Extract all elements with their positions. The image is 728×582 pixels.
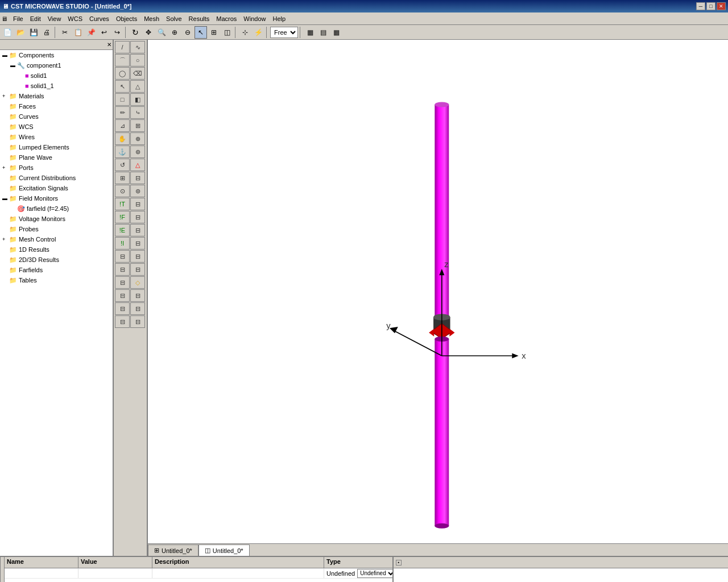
pan-button[interactable]: ✥: [142, 26, 155, 39]
param-tool[interactable]: ⊞: [115, 172, 130, 184]
select-button[interactable]: ↖: [195, 26, 207, 39]
rotate3d-tool[interactable]: ↺: [115, 159, 130, 171]
tree-item-results1d[interactable]: 📁 1D Results: [0, 244, 113, 255]
zoom-box-tool[interactable]: ⊟: [130, 289, 145, 302]
rotate-button[interactable]: ↻: [129, 26, 142, 39]
menu-curves[interactable]: Curves: [86, 14, 113, 23]
tree-item-fieldmon[interactable]: ▬ 📁 Field Monitors: [0, 193, 113, 203]
anchor-tool[interactable]: ⚓: [115, 146, 130, 158]
cut-button[interactable]: ✂: [59, 26, 71, 39]
zoom-fit-tool[interactable]: ⊟: [115, 289, 130, 302]
tree-item-probes[interactable]: 📁 Probes: [0, 224, 113, 234]
tree-item-planewave[interactable]: 📁 Plane Wave: [0, 152, 113, 163]
menu-window[interactable]: Window: [240, 14, 269, 23]
view-yz-tool[interactable]: ⊟: [115, 276, 130, 289]
tree-item-components[interactable]: ▬ 📁 Components: [0, 50, 113, 60]
draw-line-tool[interactable]: /: [115, 41, 130, 53]
copy-button[interactable]: 📋: [72, 26, 84, 39]
erase-tool[interactable]: ⌫: [130, 67, 145, 80]
undo-button[interactable]: ↩: [98, 26, 110, 39]
wire-button[interactable]: ⚡: [252, 26, 264, 39]
mesh-btn1[interactable]: ▦: [304, 26, 316, 39]
draw-ellipse-tool[interactable]: ○: [130, 54, 145, 66]
run2-tool[interactable]: ⊟: [130, 211, 145, 223]
result2-tool[interactable]: ⊟: [130, 224, 145, 236]
param-desc-cell[interactable]: [152, 568, 324, 578]
save-button[interactable]: 💾: [27, 26, 40, 39]
msg-collapse-button[interactable]: ▪: [396, 560, 402, 566]
tree-close-button[interactable]: ✕: [107, 41, 111, 48]
mirror-tool[interactable]: ⊞: [130, 119, 145, 132]
wcs-move-tool[interactable]: ⊟: [115, 315, 130, 328]
print-button[interactable]: 🖨: [40, 26, 53, 39]
port2-tool[interactable]: ⊟: [130, 198, 145, 210]
polygon-tool[interactable]: △: [130, 80, 145, 93]
viewport-canvas[interactable]: x y z ⊞ Untitled_0* ◫ Untitled_0*: [148, 40, 728, 556]
redo-button[interactable]: ↪: [111, 26, 123, 39]
zoomin-button[interactable]: ⊕: [168, 26, 181, 39]
draw-curve-tool[interactable]: ∿: [130, 41, 145, 53]
tree-item-wires[interactable]: 📁 Wires: [0, 132, 113, 142]
view-iso-tool[interactable]: ◇: [130, 276, 145, 289]
view-all-tool[interactable]: ⊟: [130, 302, 145, 315]
maximize-button[interactable]: □: [706, 2, 715, 10]
viewport-tab-1[interactable]: ⊞ Untitled_0*: [148, 544, 198, 556]
resize-handle[interactable]: ⋮: [0, 557, 5, 582]
tree-item-curves[interactable]: 📁 Curves: [0, 111, 113, 122]
menu-objects[interactable]: Objects: [113, 14, 140, 23]
align-tool[interactable]: △: [130, 159, 145, 171]
menu-wcs[interactable]: WCS: [64, 14, 86, 23]
solve-tool[interactable]: ⊙: [115, 185, 130, 197]
mode-select[interactable]: Free Arc Line: [270, 27, 298, 38]
menu-macros[interactable]: Macros: [213, 14, 240, 23]
view-xz-tool[interactable]: ⊟: [130, 263, 145, 276]
view3d-tool[interactable]: ⊟: [115, 250, 130, 263]
mesh-btn2[interactable]: ▤: [317, 26, 329, 39]
param-type-select[interactable]: Undefined Length Angle: [357, 569, 392, 578]
menu-solve[interactable]: Solve: [163, 14, 185, 23]
select-tool[interactable]: ↖: [115, 80, 130, 93]
run-tool[interactable]: !F: [115, 211, 130, 223]
view-sel-tool[interactable]: ⊟: [115, 302, 130, 315]
tree-item-ports[interactable]: + 📁 Ports: [0, 163, 113, 173]
menu-file[interactable]: File: [10, 14, 27, 23]
draw-arc-tool[interactable]: ⌒: [115, 54, 130, 66]
draw-circle-tool[interactable]: ◯: [115, 67, 130, 80]
result3-tool[interactable]: !I: [115, 237, 130, 250]
fill-tool[interactable]: ◧: [130, 93, 145, 106]
tree-item-solid1-1[interactable]: ■ solid1_1: [0, 81, 113, 91]
pencil-tool[interactable]: ✏: [115, 106, 130, 119]
minimize-button[interactable]: ─: [696, 2, 705, 10]
tree-item-lumped[interactable]: 📁 Lumped Elements: [0, 142, 113, 152]
snap-button[interactable]: ⊹: [239, 26, 251, 39]
render-button[interactable]: ◫: [221, 26, 233, 39]
view3d2-tool[interactable]: ⊟: [130, 250, 145, 263]
zoom-button[interactable]: 🔍: [155, 26, 168, 39]
mesh-btn3[interactable]: ▦: [330, 26, 342, 39]
menu-mesh[interactable]: Mesh: [140, 14, 163, 23]
viewport[interactable]: x y z ⊞ Untitled_0* ◫ Untitled_0*: [148, 40, 728, 556]
tree-item-excitation[interactable]: 📁 Excitation Signals: [0, 183, 113, 193]
tree-item-tables[interactable]: 📁 Tables: [0, 275, 113, 285]
tree-item-results2d3d[interactable]: 📁 2D/3D Results: [0, 255, 113, 265]
result4-tool[interactable]: ⊟: [130, 237, 145, 250]
menu-help[interactable]: Help: [269, 14, 289, 23]
tree-item-currentdist[interactable]: 📁 Current Distributions: [0, 173, 113, 183]
viewport-tab-2[interactable]: ◫ Untitled_0*: [198, 544, 250, 556]
snap-grid-tool[interactable]: ⊕: [130, 132, 145, 145]
param-value-cell[interactable]: [78, 568, 152, 578]
tree-item-farfields[interactable]: 📁 Farfields: [0, 265, 113, 275]
wcs-rotate-tool[interactable]: ⊟: [130, 315, 145, 328]
transform-tool[interactable]: ⊛: [130, 146, 145, 158]
open-button[interactable]: 📂: [14, 26, 27, 39]
view-xy-tool[interactable]: ⊟: [115, 263, 130, 276]
close-button[interactable]: ✕: [717, 2, 726, 10]
solver-tool[interactable]: ⊚: [130, 185, 145, 197]
tree-item-component1[interactable]: ▬ 🔧 component1: [0, 60, 113, 70]
tree-item-meshcontrol[interactable]: + 📁 Mesh Control: [0, 234, 113, 244]
measure-tool[interactable]: ⊿: [115, 119, 130, 132]
tree-item-voltagemon[interactable]: 📁 Voltage Monitors: [0, 214, 113, 224]
tree-item-wcs[interactable]: 📁 WCS: [0, 122, 113, 132]
port-tool[interactable]: !T: [115, 198, 130, 210]
menu-results[interactable]: Results: [185, 14, 213, 23]
